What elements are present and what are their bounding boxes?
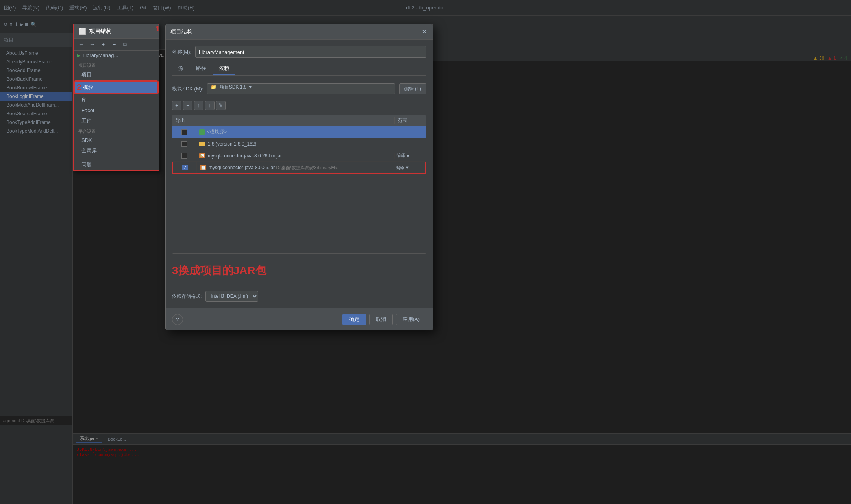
- name-input[interactable]: [195, 46, 426, 58]
- dep-row-jdk[interactable]: 1.8 (version 1.8.0_162): [172, 138, 426, 150]
- annotation-text: 3换成项目的JAR包: [172, 258, 426, 283]
- dep-name-mysql-new: 📊 mysql-connector-java-8.0.26.jar D:\桌面\…: [197, 165, 394, 171]
- pm-copy-btn[interactable]: ⧉: [121, 40, 130, 49]
- apply-button[interactable]: 应用(A): [396, 314, 426, 325]
- dep-up-btn[interactable]: ↑: [194, 101, 204, 110]
- project-menu-header: ⬜ 项目结构: [74, 24, 159, 39]
- dialog-tabs: 源 路径 依赖: [172, 63, 426, 76]
- checkbox-jdk[interactable]: [181, 141, 187, 147]
- sdk-value: 项目SDK 1.8: [220, 84, 247, 90]
- help-button[interactable]: ?: [172, 314, 183, 325]
- dialog-title-bar: 项目结构 ✕: [166, 24, 433, 40]
- dep-scope-mysql-old: 编译 ▼: [394, 153, 426, 159]
- dep-table: 导出 范围 <模块源>: [172, 115, 426, 254]
- dep-edit-btn[interactable]: ✎: [216, 101, 226, 110]
- pm-item-facet[interactable]: Facet: [74, 105, 159, 115]
- dep-remove-btn[interactable]: −: [183, 101, 192, 110]
- dep-toolbar: + − ↑ ↓ ✎: [172, 101, 426, 110]
- confirm-button[interactable]: 确定: [342, 314, 366, 325]
- sdk-select[interactable]: 📁 项目SDK 1.8 ▼: [207, 83, 395, 94]
- dep-add-btn[interactable]: +: [172, 101, 181, 110]
- dep-row-mysql-old[interactable]: 📊 mysql-connector-java-8.0.26-bin.jar 编译…: [172, 150, 426, 162]
- step-badge-2: 2: [77, 83, 81, 92]
- dep-check-mysql-new: ✓: [173, 162, 197, 173]
- storage-label: 依赖存储格式:: [172, 293, 202, 300]
- dep-name-mysql-old: 📊 mysql-connector-java-8.0.26-bin.jar: [196, 153, 394, 159]
- checkbox-mysql-old[interactable]: [181, 153, 187, 159]
- sdk-row: 模块SDK (M): 📁 项目SDK 1.8 ▼ 编辑 (E): [172, 83, 426, 94]
- dep-check-module-source: [172, 126, 196, 138]
- pm-back-btn[interactable]: ←: [77, 40, 85, 49]
- dep-name-jdk: 1.8 (version 1.8.0_162): [196, 141, 394, 147]
- pm-item-lib[interactable]: 库: [74, 94, 159, 105]
- pm-item-artifact[interactable]: 工件: [74, 115, 159, 126]
- dialog-tab-dep[interactable]: 依赖: [213, 63, 235, 75]
- sdk-label: 模块SDK (M):: [172, 85, 203, 92]
- ide-background: 图(V) 导航(N) 代码(C) 重构(R) 运行(U) 工具(T) Git 窗…: [0, 0, 851, 504]
- dialog-footer: ? 确定 取消 应用(A): [166, 308, 433, 330]
- dialog-overlay: 1 2 ⬜ 项目结构 ← → + − ⧉ ▶ LibraryManag... 项…: [0, 0, 851, 504]
- dep-check-mysql-old: [172, 150, 196, 161]
- dep-check-jdk: [172, 138, 196, 150]
- pm-remove-btn[interactable]: −: [110, 40, 118, 49]
- project-structure-menu: ⬜ 项目结构 ← → + − ⧉ ▶ LibraryManag... 项目设置 …: [73, 24, 159, 171]
- pm-item-issues[interactable]: 问题: [74, 159, 159, 170]
- checkbox-module-source[interactable]: [181, 129, 187, 135]
- pm-item-global-lib[interactable]: 全局库: [74, 145, 159, 156]
- dialog-tab-path[interactable]: 路径: [190, 63, 213, 75]
- storage-select[interactable]: IntelliJ IDEA (.iml): [205, 291, 258, 302]
- dep-col-export-header: 导出: [172, 117, 196, 124]
- project-tree-item: LibraryManag...: [83, 52, 118, 58]
- dialog-close-button[interactable]: ✕: [420, 28, 428, 36]
- pm-item-sdk[interactable]: SDK: [74, 135, 159, 145]
- name-row: 名称(M):: [172, 46, 426, 58]
- dep-table-body: <模块源> 1.8 (version 1.8.0_162): [172, 126, 426, 253]
- dep-row-mysql-new[interactable]: ✓ 📊 mysql-connector-java-8.0.26.jar D:\桌…: [172, 162, 426, 174]
- main-dialog: 项目结构 ✕ 名称(M): 源 路径 依赖 模块SDK (M):: [165, 24, 433, 330]
- dialog-tab-source[interactable]: 源: [172, 63, 190, 75]
- step-badge-1: 1: [155, 24, 160, 33]
- dialog-title: 项目结构: [170, 28, 192, 35]
- storage-row: 依赖存储格式: IntelliJ IDEA (.iml): [172, 291, 426, 302]
- checkbox-mysql-new[interactable]: ✓: [182, 165, 188, 170]
- project-settings-label: 项目设置: [74, 60, 159, 69]
- name-label: 名称(M):: [172, 48, 191, 55]
- scope-dropdown-icon[interactable]: ▼: [406, 153, 410, 158]
- dep-col-scope-header: 范围: [394, 117, 426, 124]
- cancel-button[interactable]: 取消: [369, 314, 393, 325]
- folder-icon-jdk: [199, 142, 205, 146]
- pm-add-btn[interactable]: +: [99, 40, 107, 49]
- project-menu-title: 项目结构: [89, 28, 111, 35]
- scope-dropdown-icon-new[interactable]: ▼: [405, 165, 409, 170]
- project-menu-toolbar: ← → + − ⧉: [74, 39, 159, 51]
- sdk-edit-button[interactable]: 编辑 (E): [399, 83, 426, 94]
- pm-item-project[interactable]: 项目: [74, 69, 159, 80]
- dep-down-btn[interactable]: ↓: [205, 101, 215, 110]
- dep-table-header: 导出 范围: [172, 115, 426, 126]
- pm-forward-btn[interactable]: →: [88, 40, 96, 49]
- dialog-body: 名称(M): 源 路径 依赖 模块SDK (M): 📁 项目SDK 1.8 ▼: [166, 40, 433, 308]
- module-icon: [199, 129, 205, 135]
- jar-icon-mysql-new: 📊: [200, 165, 206, 170]
- pm-item-module[interactable]: 模块: [74, 81, 158, 94]
- dep-row-module-source[interactable]: <模块源>: [172, 126, 426, 138]
- dep-scope-mysql-new: 编译 ▼: [394, 165, 425, 171]
- jar-icon-mysql-old: 📊: [199, 153, 205, 158]
- dep-path-mysql-new: D:\桌面\数据库课设\3\LibraryMa...: [276, 165, 340, 170]
- dep-name-module-source: <模块源>: [196, 129, 394, 135]
- platform-settings-label: 平台设置: [74, 126, 159, 135]
